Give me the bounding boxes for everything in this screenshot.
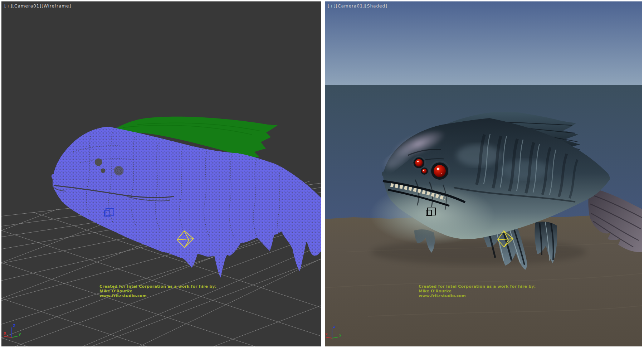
y-axis-label: y [339, 333, 342, 337]
credit-line-1: Created for Intel Corporation as a work … [419, 284, 536, 289]
flank-mottle-2 [500, 160, 550, 179]
credit-text-overlay: Created for Intel Corporation as a work … [99, 284, 216, 298]
viewport-label-shaded[interactable]: [+][Camera01][Shaded] [328, 4, 387, 9]
fish-eye-upper [413, 156, 425, 169]
x-axis-label: x [325, 332, 328, 336]
fish-body-stipple [52, 127, 321, 278]
sky-gradient [325, 1, 642, 85]
viewport-camera01-wireframe[interactable]: X Z y [+][Camera01][Wireframe] Created f… [1, 1, 321, 346]
credit-line-3: www.fritzstudio.com [419, 293, 536, 298]
fish-model-wireframe[interactable] [52, 117, 321, 278]
fish-eye-wireframe-small [101, 169, 106, 173]
y-axis-label: y [19, 332, 21, 336]
z-axis-label: z [333, 325, 335, 329]
viewport-camera01-shaded[interactable]: x z y [+][Camera01][Shaded] Created for … [325, 1, 642, 346]
credit-line-2: Mike O'Rourke [99, 289, 216, 293]
x-axis-line [4, 336, 12, 337]
dual-viewport-screenshot: { "viewports": { "left": { "label": "[+]… [0, 0, 644, 350]
x-axis-label: X [4, 331, 6, 335]
fish-eye-small [421, 167, 428, 175]
fish-eye-wireframe-meshed [114, 166, 124, 176]
credit-text-overlay: Created for Intel Corporation as a work … [419, 284, 536, 298]
viewport-label-wireframe[interactable]: [+][Camera01][Wireframe] [4, 4, 71, 9]
y-axis-line [12, 336, 18, 337]
credit-line-1: Created for Intel Corporation as a work … [99, 284, 216, 289]
credit-line-3: www.fritzstudio.com [99, 293, 216, 298]
fish-eye-large [430, 161, 450, 181]
z-axis-label: Z [13, 324, 15, 328]
axis-tripod: X Z y [4, 324, 21, 337]
credit-line-2: Mike O'Rourke [419, 289, 536, 293]
fish-eye-wireframe-large [95, 159, 102, 166]
